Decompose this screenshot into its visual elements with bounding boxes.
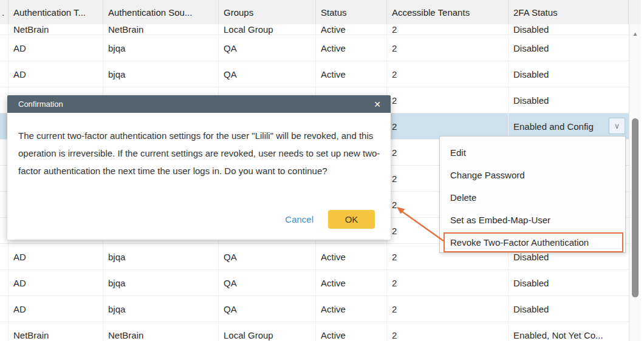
menu-item-change-password[interactable]: Change Password — [440, 164, 625, 186]
column-header-authentication-source[interactable]: Authentication Sou... — [103, 0, 219, 24]
table-cell: bjqa — [103, 270, 219, 295]
table-cell: AD — [9, 296, 103, 322]
user-management-screen: . Authentication T... Authentication Sou… — [0, 0, 644, 341]
table-cell: Disabled — [509, 61, 629, 87]
table-cell — [0, 35, 9, 61]
table-cell — [0, 296, 9, 322]
table-cell: Enabled, Not Yet Co... — [509, 322, 629, 341]
ok-button[interactable]: OK — [328, 210, 375, 229]
table-cell: Disabled — [509, 24, 629, 35]
table-cell: 2 — [387, 296, 509, 322]
table-cell: NetBrain — [9, 322, 103, 341]
table-cell: 2 — [387, 61, 509, 87]
table-row[interactable]: NetBrainNetBrainLocal GroupActive2Disabl… — [0, 24, 629, 35]
table-row[interactable]: NetBrainNetBrainLocal GroupActive2Enable… — [0, 322, 629, 341]
menu-item-edit[interactable]: Edit — [440, 141, 625, 164]
table-header: . Authentication T... Authentication Sou… — [0, 0, 641, 25]
table-cell: Enabled and Config∨ — [509, 113, 629, 139]
table-cell: Active — [316, 24, 387, 35]
column-header-2fa-status[interactable]: 2FA Status — [509, 0, 629, 24]
table-cell: Disabled — [509, 296, 629, 322]
table-cell: 2 — [387, 113, 509, 139]
revoke-item-highlight-box — [444, 232, 623, 252]
table-cell — [0, 322, 9, 341]
table-cell: AD — [9, 244, 103, 269]
table-cell: 2 — [387, 270, 509, 295]
table-cell: 2 — [387, 24, 509, 35]
scrollbar-thumb[interactable] — [632, 118, 639, 297]
table-cell: Disabled — [509, 35, 629, 61]
close-icon[interactable]: ✕ — [374, 100, 381, 109]
table-cell: Disabled — [509, 87, 629, 113]
table-cell — [0, 270, 9, 295]
table-cell — [0, 24, 9, 35]
cancel-button[interactable]: Cancel — [285, 214, 313, 225]
table-cell: NetBrain — [103, 322, 219, 341]
dialog-message: The current two-factor authentication se… — [7, 113, 391, 180]
table-cell: bjqa — [103, 35, 219, 61]
table-row[interactable]: ADbjqaQAActive2Disabled — [0, 270, 629, 296]
table-cell: 2 — [387, 35, 509, 61]
table-cell: 2 — [387, 322, 509, 341]
menu-item-delete[interactable]: Delete — [440, 186, 625, 209]
2fa-status-dropdown-button[interactable]: ∨ — [609, 118, 625, 134]
table-cell: NetBrain — [103, 24, 219, 35]
table-cell: Active — [316, 244, 387, 269]
column-header-groups[interactable]: Groups — [219, 0, 316, 24]
table-cell: Local Group — [219, 24, 316, 35]
scroll-up-arrow[interactable]: ▲ — [629, 30, 641, 37]
column-header-truncated[interactable]: . — [0, 0, 9, 24]
column-header-authentication-type[interactable]: Authentication T... — [9, 0, 103, 24]
dialog-actions: Cancel OK — [285, 210, 375, 229]
table-row[interactable]: ADbjqaQAActive2Disabled — [0, 296, 629, 322]
table-cell: bjqa — [103, 61, 219, 87]
table-cell: QA — [219, 35, 316, 61]
table-cell — [0, 61, 9, 87]
table-cell: QA — [219, 61, 316, 87]
dialog-title: Confirmation — [18, 100, 63, 109]
table-row[interactable]: ADbjqaQAActive2Disabled — [0, 61, 629, 87]
column-header-status[interactable]: Status — [316, 0, 387, 24]
table-cell: AD — [9, 270, 103, 295]
table-cell: bjqa — [103, 244, 219, 269]
table-cell: Local Group — [219, 322, 316, 341]
menu-item-set-as-embed-map-user[interactable]: Set as Embed-Map-User — [440, 209, 625, 231]
table-cell: Active — [316, 35, 387, 61]
table-row[interactable]: ADbjqaQAActive2Disabled — [0, 35, 629, 61]
column-header-spacer — [629, 0, 641, 24]
table-cell: Active — [316, 322, 387, 341]
table-cell: 2 — [387, 87, 509, 113]
table-cell: QA — [219, 244, 316, 269]
table-cell: QA — [219, 296, 316, 322]
dialog-header: Confirmation ✕ — [7, 95, 391, 113]
table-cell: NetBrain — [9, 24, 103, 35]
vertical-scrollbar[interactable]: ▲ — [629, 24, 641, 341]
table-cell: Active — [316, 296, 387, 322]
table-cell: QA — [219, 270, 316, 295]
table-cell: Active — [316, 61, 387, 87]
table-cell — [0, 244, 9, 269]
column-header-accessible-tenants[interactable]: Accessible Tenants — [387, 0, 509, 24]
table-cell: AD — [9, 35, 103, 61]
table-cell: Active — [316, 270, 387, 295]
table-cell: bjqa — [103, 296, 219, 322]
confirmation-dialog: Confirmation ✕ The current two-factor au… — [7, 95, 391, 240]
table-cell: Disabled — [509, 270, 629, 295]
table-cell: AD — [9, 61, 103, 87]
